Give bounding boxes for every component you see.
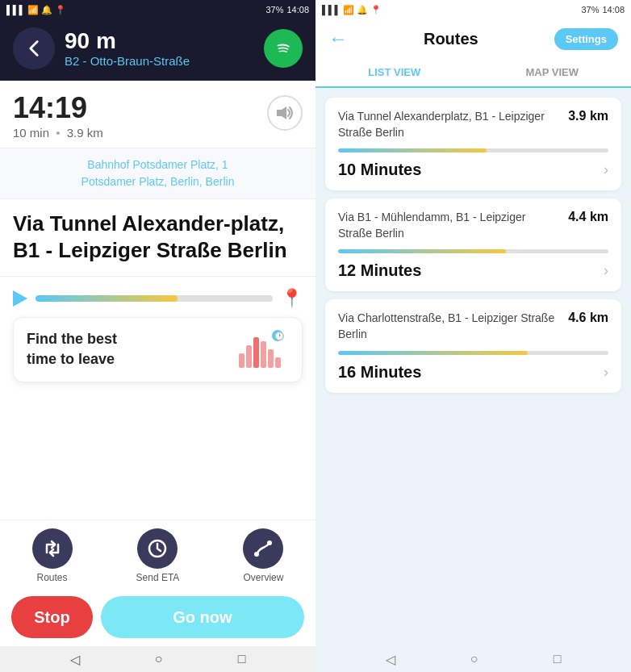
stop-button[interactable]: Stop [11, 596, 93, 638]
status-bar-right: ▌▌▌ 📶 🔔 📍 37% 14:08 [316, 0, 631, 19]
mute-right-icon: 🔔 [357, 5, 368, 15]
wifi-icon: 📶 [27, 5, 39, 15]
route-card-1-time: 10 Minutes [338, 161, 421, 179]
route-name-text: Via Tunnel Alexander-platz, B1 - Leipzig… [13, 211, 303, 265]
back-nav-right-icon[interactable]: ◁ [386, 652, 395, 667]
go-now-button[interactable]: Go now [101, 596, 304, 638]
main-info: 14:19 10 min • 3.9 km [0, 81, 316, 148]
route-overview-icon [253, 538, 274, 559]
spotify-button[interactable] [264, 29, 303, 68]
home-nav-icon[interactable]: ○ [155, 652, 163, 666]
route-card-1-bar-fill [338, 148, 487, 152]
route-card-2-bar-fill [338, 249, 506, 253]
route-card-1-dist: 3.9 km [568, 109, 608, 123]
time-left: 14:08 [286, 5, 309, 15]
nav-header: 90 m B2 - Otto-Braun-Straße [0, 19, 316, 81]
turn-arrow-circle [13, 27, 55, 69]
routes-arrows-icon [42, 538, 63, 559]
home-nav-right-icon[interactable]: ○ [470, 652, 478, 666]
tab-map-view[interactable]: MAP VIEW [474, 58, 632, 86]
routes-icon [32, 528, 73, 569]
signal-right-icon: ▌▌▌ [322, 5, 341, 15]
route-card-3-time: 16 Minutes [338, 363, 421, 382]
nav-street: B2 - Otto-Braun-Straße [65, 54, 254, 68]
bt-icon: 📶 [343, 5, 354, 15]
mute-icon: 🔔 [41, 5, 52, 15]
eta-dot: • [56, 126, 60, 140]
send-eta-label: Send ETA [136, 572, 180, 583]
chevron-right-icon-3: › [604, 364, 608, 381]
route-name-block: Via Tunnel Alexander-platz, B1 - Leipzig… [0, 199, 316, 278]
best-time-card[interactable]: Find the besttime to leave 🕐 [13, 317, 303, 382]
svg-rect-4 [253, 337, 259, 368]
right-panel: ▌▌▌ 📶 🔔 📍 37% 14:08 ← Routes Settings LI… [316, 0, 631, 672]
svg-rect-2 [239, 353, 244, 368]
play-icon [13, 290, 27, 307]
svg-rect-7 [275, 357, 281, 368]
destination-pin-icon: 📍 [281, 288, 303, 309]
svg-text:🕐: 🕐 [274, 331, 285, 341]
status-right-right: 37% 14:08 [581, 5, 625, 15]
loc-right-icon: 📍 [370, 5, 382, 15]
routes-list: Via Tunnel Alexanderplatz, B1 - Leipzige… [316, 88, 631, 646]
route-card-3-dist: 4.6 km [568, 311, 608, 325]
battery-right-text: 37% [581, 5, 599, 15]
settings-button[interactable]: Settings [554, 28, 618, 50]
svg-marker-1 [277, 106, 286, 119]
route-card-3-footer: 16 Minutes › [338, 363, 608, 382]
chevron-right-icon-2: › [604, 262, 608, 279]
overview-icon [243, 528, 283, 569]
signal-icon: ▌▌▌ [6, 5, 25, 15]
status-bar-left: ▌▌▌ 📶 🔔 📍 37% 14:08 [0, 0, 316, 19]
recents-nav-icon[interactable]: □ [238, 652, 246, 666]
tab-list-view[interactable]: LIST VIEW [316, 58, 474, 88]
svg-point-12 [267, 541, 272, 545]
action-buttons: Stop Go now [0, 588, 316, 646]
nav-overview[interactable]: Overview [243, 528, 283, 583]
distance-sub-text: 3.9 km [67, 126, 103, 140]
route-card-3-header: Via Charlottenstraße, B1 - Leipziger Str… [338, 311, 608, 342]
back-button[interactable]: ← [328, 27, 348, 50]
system-nav-right: ◁ ○ □ [316, 646, 631, 672]
top-bar: ← Routes Settings [316, 19, 631, 58]
recents-nav-right-icon[interactable]: □ [554, 652, 562, 666]
clock-icon [147, 538, 168, 559]
sound-button[interactable] [267, 95, 303, 131]
time-right: 14:08 [602, 5, 625, 15]
system-nav-left: ◁ ○ □ [0, 646, 316, 672]
svg-rect-3 [246, 345, 252, 368]
svg-point-11 [254, 552, 259, 557]
route-card-1-name: Via Tunnel Alexanderplatz, B1 - Leipzige… [338, 109, 568, 140]
progress-track [36, 295, 273, 302]
destination-text: Bahnhof Potsdamer Platz, 1 Potsdamer Pla… [13, 157, 303, 190]
back-nav-icon[interactable]: ◁ [70, 652, 80, 667]
route-card-3-bar [338, 351, 608, 355]
route-card-3-name: Via Charlottenstraße, B1 - Leipziger Str… [338, 311, 568, 342]
nav-send-eta[interactable]: Send ETA [136, 528, 180, 583]
route-card-3[interactable]: Via Charlottenstraße, B1 - Leipziger Str… [325, 299, 621, 392]
route-card-1[interactable]: Via Tunnel Alexanderplatz, B1 - Leipzige… [325, 98, 621, 190]
route-card-3-bar-fill [338, 351, 528, 355]
status-left-icons: ▌▌▌ 📶 🔔 📍 [6, 5, 66, 15]
route-card-2-header: Via B1 - Mühlendamm, B1 - Leipziger Stra… [338, 210, 608, 241]
chevron-right-icon-1: › [604, 161, 608, 178]
route-card-2-time: 12 Minutes [338, 261, 421, 280]
progress-bar-area: 📍 [0, 277, 316, 317]
turn-left-icon [23, 37, 45, 60]
svg-rect-6 [268, 349, 274, 368]
destination-block: Bahnhof Potsdamer Platz, 1 Potsdamer Pla… [0, 148, 316, 199]
route-card-2[interactable]: Via B1 - Mühlendamm, B1 - Leipziger Stra… [325, 198, 621, 291]
spotify-icon [272, 37, 295, 60]
tab-bar: LIST VIEW MAP VIEW [316, 58, 631, 88]
bottom-nav: Routes Send ETA Overview [0, 520, 316, 588]
duration-text: 10 min [13, 126, 49, 140]
destination-line2: Potsdamer Platz, Berlin, Berlin [81, 175, 235, 188]
nav-routes[interactable]: Routes [32, 528, 73, 583]
route-card-2-footer: 12 Minutes › [338, 261, 608, 280]
battery-text: 37% [265, 5, 283, 15]
left-panel: ▌▌▌ 📶 🔔 📍 37% 14:08 90 m B2 - Otto-Braun… [0, 0, 316, 672]
route-card-2-bar [338, 249, 608, 253]
routes-title: Routes [424, 30, 478, 48]
route-card-1-header: Via Tunnel Alexanderplatz, B1 - Leipzige… [338, 109, 608, 140]
sound-icon [276, 106, 294, 120]
